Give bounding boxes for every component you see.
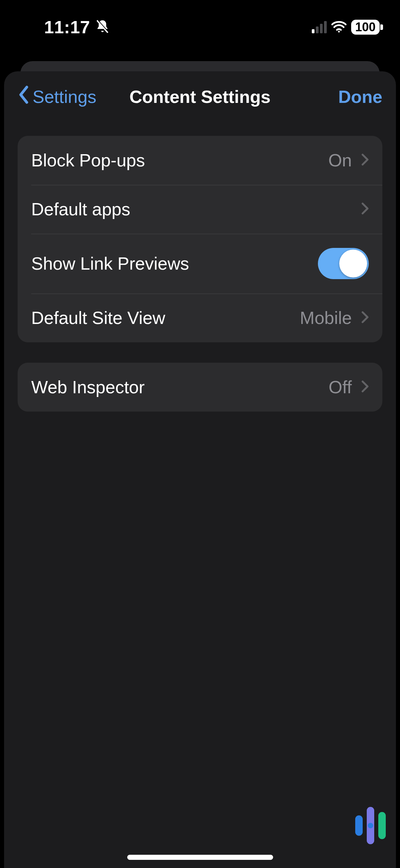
row-label: Default Site View xyxy=(31,308,165,328)
back-label: Settings xyxy=(33,87,96,107)
row-label: Web Inspector xyxy=(31,377,145,397)
row-block-popups[interactable]: Block Pop-ups On xyxy=(18,136,382,185)
watermark-icon xyxy=(355,807,386,844)
row-label: Default apps xyxy=(31,199,130,219)
content-area: Block Pop-ups On Default apps xyxy=(4,122,396,432)
chevron-right-icon xyxy=(361,311,369,325)
settings-group-1: Block Pop-ups On Default apps xyxy=(18,136,382,342)
status-bar: 11:17 xyxy=(0,0,400,58)
row-default-site-view[interactable]: Default Site View Mobile xyxy=(18,293,382,342)
status-right: 100 xyxy=(312,20,380,35)
row-web-inspector[interactable]: Web Inspector Off xyxy=(18,363,382,412)
page-title: Content Settings xyxy=(130,87,271,107)
row-label: Block Pop-ups xyxy=(31,150,145,170)
cellular-signal-icon xyxy=(312,21,327,33)
row-value: Mobile xyxy=(300,308,352,328)
nav-bar: Settings Content Settings Done xyxy=(4,71,396,122)
chevron-right-icon xyxy=(361,380,369,394)
settings-group-2: Web Inspector Off xyxy=(18,363,382,412)
battery-indicator: 100 xyxy=(351,20,380,35)
bell-slash-icon xyxy=(95,19,110,35)
row-value: On xyxy=(328,150,352,170)
done-button[interactable]: Done xyxy=(338,87,382,107)
back-button[interactable]: Settings xyxy=(18,86,96,108)
settings-sheet: Settings Content Settings Done Block Pop… xyxy=(4,71,396,868)
status-left: 11:17 xyxy=(44,17,110,37)
row-label: Show Link Previews xyxy=(31,253,189,274)
home-indicator[interactable] xyxy=(127,855,273,860)
wifi-icon xyxy=(331,20,347,34)
svg-point-0 xyxy=(338,31,340,32)
status-time: 11:17 xyxy=(44,17,90,37)
chevron-left-icon xyxy=(18,86,30,108)
toggle-show-link-previews[interactable] xyxy=(318,248,369,279)
chevron-right-icon xyxy=(361,202,369,216)
row-default-apps[interactable]: Default apps xyxy=(18,185,382,234)
row-value: Off xyxy=(329,377,352,397)
row-show-link-previews: Show Link Previews xyxy=(18,234,382,293)
chevron-right-icon xyxy=(361,153,369,167)
